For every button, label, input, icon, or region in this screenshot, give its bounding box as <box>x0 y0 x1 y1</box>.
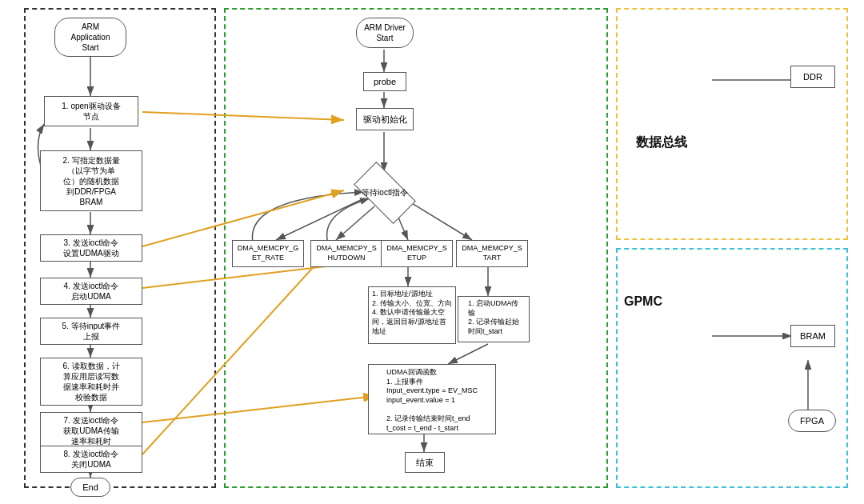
dma-shutdown-shape: DMA_MEMCPY_S HUTDOWN <box>310 240 382 267</box>
step2-label: 2. 写指定数据量 （以字节为单 位）的随机数据 到DDR/FPGA BRAM <box>62 155 119 207</box>
arm-app-start-label: ARM Application Start <box>62 22 119 53</box>
dma-get-rate-shape: DMA_MEMCPY_G ET_RATE <box>232 240 304 267</box>
ddr-label: DDR <box>803 71 822 82</box>
setup-params-label: 1. 目标地址/源地址 2. 传输大小、位宽、方向 4. 数认申请传输最大空 间… <box>372 290 452 336</box>
data-bus-region <box>616 8 848 240</box>
fpga-shape: FPGA <box>788 410 836 432</box>
step7-label: 7. 发送ioctl命令 获取UDMA传输 速率和耗时 <box>63 415 118 446</box>
step3-shape: 3. 发送ioctl命令 设置UDMA驱动 <box>40 234 142 262</box>
arm-app-start-shape: ARM Application Start <box>54 18 126 57</box>
wait-ioctl-shape: 等待ioctl指令 <box>350 172 419 214</box>
step1-label: 1. open驱动设备 节点 <box>62 101 120 122</box>
step6-label: 6. 读取数据，计 算应用层读写数 据速率和耗时并 校验数据 <box>62 361 119 402</box>
data-bus-label: 数据总线 <box>636 134 687 151</box>
arm-driver-start-label: ARM Driver Start <box>364 22 406 43</box>
step8-label: 8. 发送ioctl命令 关闭UDMA <box>64 449 119 470</box>
gpmc-label: GPMC <box>624 294 662 309</box>
end-driver-label: 结束 <box>416 457 434 468</box>
start-udma-shape: 1. 启动UDMA传 输 2. 记录传输起始 时间t_start <box>458 296 530 342</box>
step7-shape: 7. 发送ioctl命令 获取UDMA传输 速率和耗时 <box>40 412 142 450</box>
fpga-label: FPGA <box>800 415 824 426</box>
step8-shape: 8. 发送ioctl命令 关闭UDMA <box>40 446 142 473</box>
diagram-container: ARM Application Start 1. open驱动设备 节点 2. … <box>0 0 864 504</box>
step4-shape: 4. 发送ioctl命令 启动UDMA <box>40 278 142 305</box>
wait-ioctl-label: 等待ioctl指令 <box>362 187 408 198</box>
driver-init-shape: 驱动初始化 <box>356 108 414 130</box>
end-app-shape: End <box>70 478 110 497</box>
dma-get-rate-label: DMA_MEMCPY_G ET_RATE <box>238 244 299 262</box>
bram-label: BRAM <box>800 330 826 342</box>
probe-shape: probe <box>363 72 406 91</box>
driver-init-label: 驱动初始化 <box>363 114 407 125</box>
end-driver-shape: 结束 <box>405 452 445 473</box>
bram-shape: BRAM <box>790 325 835 347</box>
probe-label: probe <box>374 76 396 87</box>
step2-shape: 2. 写指定数据量 （以字节为单 位）的随机数据 到DDR/FPGA BRAM <box>40 150 142 211</box>
start-udma-label: 1. 启动UDMA传 输 2. 记录传输起始 时间t_start <box>468 299 519 337</box>
step5-label: 5. 等待input事件 上报 <box>62 321 121 342</box>
udma-callback-label: UDMA回调函数 1. 上报事件 Input_event.type = EV_M… <box>386 368 478 434</box>
setup-params-shape: 1. 目标地址/源地址 2. 传输大小、位宽、方向 4. 数认申请传输最大空 间… <box>368 286 456 344</box>
step3-label: 3. 发送ioctl命令 设置UDMA驱动 <box>63 238 118 258</box>
dma-start-shape: DMA_MEMCPY_S TART <box>456 240 528 267</box>
arm-driver-start-shape: ARM Driver Start <box>356 18 414 48</box>
step5-shape: 5. 等待input事件 上报 <box>40 318 142 345</box>
udma-callback-shape: UDMA回调函数 1. 上报事件 Input_event.type = EV_M… <box>368 364 496 434</box>
step6-shape: 6. 读取数据，计 算应用层读写数 据速率和耗时并 校验数据 <box>40 358 142 406</box>
ddr-shape: DDR <box>790 66 835 88</box>
step1-shape: 1. open驱动设备 节点 <box>44 96 138 126</box>
dma-setup-shape: DMA_MEMCPY_S ETUP <box>381 240 453 267</box>
step4-label: 4. 发送ioctl命令 启动UDMA <box>64 281 119 302</box>
dma-setup-label: DMA_MEMCPY_S ETUP <box>386 244 447 262</box>
end-app-label: End <box>82 482 98 493</box>
dma-start-label: DMA_MEMCPY_S TART <box>462 244 522 262</box>
dma-shutdown-label: DMA_MEMCPY_S HUTDOWN <box>316 244 377 262</box>
gpmc-region <box>616 248 848 488</box>
